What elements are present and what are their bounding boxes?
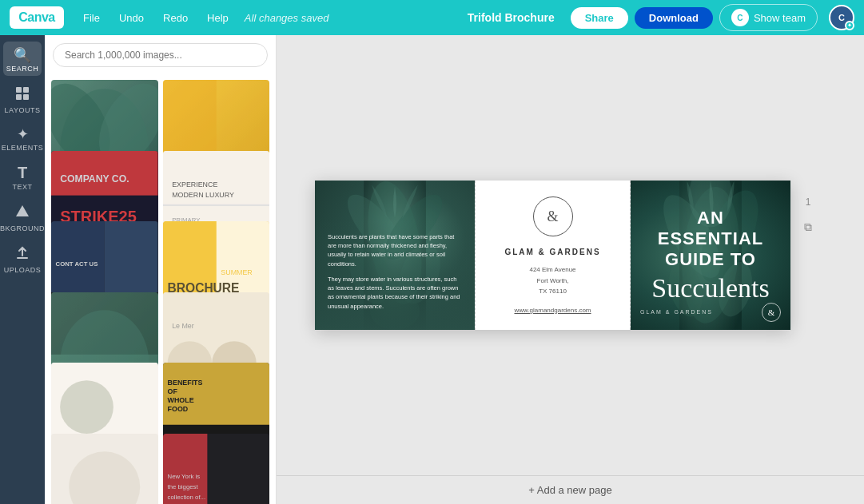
background-icon	[14, 204, 30, 222]
user-avatar[interactable]: C ✦	[829, 5, 854, 30]
left-text-content: Succulents are plants that have some par…	[315, 220, 475, 330]
right-text-overlay: AN ESSENTIAL GUIDE TO Succulents	[639, 208, 782, 304]
sidebar-label-uploads: UPLOADS	[4, 266, 42, 274]
right-line3: GUIDE TO	[639, 249, 782, 270]
template-panel: FREE BROCHURE FREE COMPANY CO. STRIKE25	[45, 35, 277, 504]
canvas-area: Succulents are plants that have some par…	[277, 35, 864, 504]
text-icon: T	[18, 165, 27, 181]
elements-icon: ✦	[17, 127, 29, 141]
svg-rect-0	[16, 87, 22, 93]
brochure-left-panel: Succulents are plants that have some par…	[315, 181, 475, 330]
svg-text:OF: OF	[167, 387, 177, 395]
body-paragraph-2: They may store water in various structur…	[328, 275, 462, 311]
add-page-bar[interactable]: + Add a new page	[277, 475, 864, 504]
search-input[interactable]	[53, 43, 268, 67]
template-grid: FREE BROCHURE FREE COMPANY CO. STRIKE25	[45, 75, 276, 504]
doc-title: Trifold Brochure	[468, 11, 555, 24]
share-button[interactable]: Share	[571, 7, 628, 29]
brochure-center-panel: & GLAM & GARDENS 424 Elm Avenue Fort Wor…	[475, 181, 631, 330]
canvas-scroll: Succulents are plants that have some par…	[277, 35, 864, 475]
sidebar-label-elements: ELEMENTS	[2, 144, 44, 152]
svg-text:CONT
ACT
US: CONT ACT US	[56, 260, 98, 268]
footer-ampersand: &	[768, 308, 775, 317]
redo-button[interactable]: Redo	[157, 9, 194, 27]
succulents-script: Succulents	[639, 273, 782, 304]
svg-point-40	[60, 380, 113, 434]
address-line1: 424 Elm Avenue	[529, 264, 575, 276]
svg-text:WHOLE: WHOLE	[167, 396, 193, 404]
user-badge: ✦	[845, 21, 854, 30]
undo-button[interactable]: Undo	[113, 9, 150, 27]
uploads-icon	[14, 245, 30, 264]
page-sidebar: 1 ⧉	[790, 181, 826, 330]
right-line1: AN	[639, 208, 782, 228]
footer-ampersand-circle: &	[762, 303, 781, 322]
layouts-icon	[14, 85, 30, 104]
svg-text:COMPANY CO.: COMPANY CO.	[60, 173, 129, 184]
body-paragraph-1: Succulents are plants that have some par…	[328, 232, 462, 268]
svg-rect-43	[163, 363, 270, 425]
canva-logo[interactable]: Canva	[10, 6, 64, 29]
svg-text:collection of...: collection of...	[167, 494, 205, 501]
svg-text:FOOD: FOOD	[167, 405, 188, 413]
file-menu[interactable]: File	[77, 9, 106, 27]
brand-name: GLAM & GARDENS	[504, 248, 600, 256]
show-team-label: Show team	[754, 12, 806, 24]
page-number: 1	[806, 196, 811, 208]
sidebar-label-background: BKGROUND	[0, 224, 45, 232]
help-button[interactable]: Help	[201, 9, 235, 27]
show-team-button[interactable]: C Show team	[719, 4, 818, 31]
svg-rect-53	[207, 434, 269, 505]
sidebar-label-search: SEARCH	[6, 65, 39, 73]
svg-rect-3	[23, 94, 29, 100]
left-sidebar: 🔍 SEARCH LAYOUTS ✦ ELEMENTS T TEXT	[0, 35, 45, 504]
svg-marker-4	[16, 205, 29, 216]
center-ampersand-circle: &	[533, 196, 573, 236]
svg-text:the biggest: the biggest	[167, 482, 198, 490]
footer-brand: GLAM & GARDENS	[640, 309, 713, 315]
svg-text:EXPERIENCE: EXPERIENCE	[172, 180, 217, 188]
topnav: Canva File Undo Redo Help All changes sa…	[0, 0, 864, 35]
sidebar-item-layouts[interactable]: LAYOUTS	[3, 79, 42, 117]
team-avatar: C	[731, 9, 749, 26]
user-initials: C	[838, 13, 845, 22]
svg-text:New York is: New York is	[167, 472, 200, 479]
svg-rect-8	[163, 80, 217, 151]
saved-status: All changes saved	[245, 12, 329, 24]
sidebar-label-layouts: LAYOUTS	[5, 106, 41, 114]
download-button[interactable]: Download	[635, 7, 713, 29]
svg-rect-21	[51, 221, 105, 292]
svg-rect-22	[105, 221, 158, 292]
brochure-right-panel: AN ESSENTIAL GUIDE TO Succulents GLAM & …	[631, 181, 790, 330]
address-block: 424 Elm Avenue Fort Worth, TX 76110	[529, 264, 575, 297]
sidebar-item-background[interactable]: BKGROUND	[3, 197, 42, 236]
sidebar-item-search[interactable]: 🔍 SEARCH	[3, 42, 42, 76]
sidebar-item-uploads[interactable]: UPLOADS	[3, 239, 42, 277]
svg-text:BENEFITS: BENEFITS	[167, 379, 202, 387]
svg-rect-2	[16, 94, 22, 100]
duplicate-icon[interactable]: ⧉	[804, 220, 812, 234]
website: www.glamandgardens.com	[514, 307, 591, 314]
svg-rect-18	[163, 204, 270, 205]
svg-rect-1	[23, 87, 29, 93]
svg-text:SUMMER: SUMMER	[221, 268, 252, 276]
brochure-container[interactable]: Succulents are plants that have some par…	[315, 181, 790, 330]
svg-text:Le Mer: Le Mer	[172, 321, 194, 329]
sidebar-item-elements[interactable]: ✦ ELEMENTS	[3, 121, 42, 155]
template-thumb-12[interactable]: New York is the biggest collection of...	[163, 434, 270, 505]
svg-text:MODERN LUXURY: MODERN LUXURY	[172, 190, 234, 198]
sidebar-label-text: TEXT	[12, 183, 32, 191]
address-line3: TX 76110	[529, 286, 575, 297]
right-footer: GLAM & GARDENS &	[631, 303, 790, 322]
sidebar-item-text[interactable]: T TEXT	[3, 158, 42, 194]
address-line2: Fort Worth,	[529, 276, 575, 287]
search-icon: 🔍	[14, 48, 31, 62]
template-thumb-11[interactable]: Dear Zia	[51, 434, 158, 505]
main-layout: 🔍 SEARCH LAYOUTS ✦ ELEMENTS T TEXT	[0, 35, 864, 504]
right-line2: ESSENTIAL	[639, 228, 782, 249]
center-ampersand: &	[547, 208, 558, 225]
search-area	[45, 35, 276, 75]
add-page-label: + Add a new page	[528, 484, 611, 496]
